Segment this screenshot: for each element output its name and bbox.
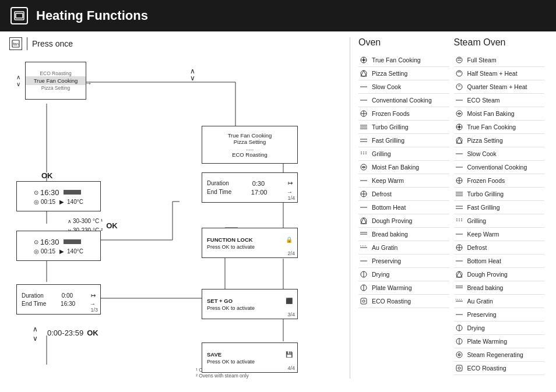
func-item-label: ECO Steam	[467, 97, 500, 104]
list-item: Drying	[358, 268, 449, 281]
left-panel: fan Press once	[9, 37, 347, 379]
duration-display-2: 00:15	[41, 248, 55, 255]
eco-steam-icon	[454, 95, 464, 105]
func-item-label: Moist Fan Baking	[467, 110, 515, 117]
arrow-temp-2: ▶	[59, 248, 64, 255]
func-item-label: ECO Roasting	[467, 365, 506, 372]
fan-icon	[358, 55, 369, 65]
turbo-icon	[358, 122, 369, 132]
list-item: Frozen Foods	[454, 174, 545, 188]
steam-reg-icon	[454, 349, 464, 360]
pizza-icon	[358, 68, 369, 79]
list-item: Dough Proving	[454, 268, 545, 281]
dur-label: Duration	[22, 292, 44, 299]
func-item-label: Keep Warm	[467, 231, 499, 238]
grill2-icon	[454, 216, 464, 226]
func-item-label: True Fan Cooking	[372, 56, 421, 63]
func-item-label: True Fan Cooking	[467, 123, 516, 130]
true-fan-icon	[454, 122, 464, 132]
list-item: Conventional Cooking	[358, 94, 449, 107]
temp-display-2: 140°C	[67, 248, 83, 255]
func-item-label: Defrost	[372, 190, 392, 197]
func-item-label: Frozen Foods	[467, 177, 505, 184]
list-item: Drying	[454, 322, 545, 335]
arrow-right-selector: →	[85, 79, 92, 87]
lock-label: FUNCTION LOCK	[207, 236, 253, 243]
lock-icon: 🔒	[286, 236, 293, 243]
list-item: Bottom Heat	[358, 201, 449, 214]
list-item: Bread baking	[454, 281, 545, 295]
oven-column: Oven True Fan CookingPizza SettingSlow C…	[356, 37, 452, 379]
func-item-label: Plate Warming	[467, 338, 507, 345]
func-item-label: Au Gratin	[467, 298, 493, 305]
func-item-label: Bread baking	[372, 231, 408, 238]
dry-icon	[358, 269, 369, 280]
conv2-icon	[454, 162, 464, 172]
list-item: Plate Warming	[358, 281, 449, 295]
list-item: Keep Warm	[454, 228, 545, 241]
au-icon	[358, 242, 369, 253]
svg-point-119	[458, 354, 460, 356]
func-item-label: Steam Regenerating	[467, 351, 523, 358]
svg-rect-120	[456, 365, 462, 371]
slow-icon	[358, 82, 369, 92]
right-panel: Oven True Fan CookingPizza SettingSlow C…	[350, 37, 547, 379]
press-once-row: fan Press once	[9, 37, 347, 50]
list-item: Grilling	[358, 147, 449, 161]
lock-sublabel: Press OK to activate	[207, 244, 293, 250]
svg-rect-72	[361, 298, 367, 304]
arrow-dur: ↦	[91, 292, 96, 299]
footnote-2: ² Ovens with steam only	[196, 373, 347, 379]
fast2-icon	[454, 202, 464, 213]
slow2-icon	[454, 149, 464, 159]
main-content: fan Press once	[0, 31, 556, 384]
list-item: True Fan Cooking	[358, 54, 449, 67]
ok-label: OK	[41, 171, 53, 180]
set-go-box: SET + GO ⬛ Press OK to activate 3/4	[202, 289, 298, 319]
func-item-label: Turbo Grilling	[372, 123, 409, 130]
defrost-icon	[358, 189, 369, 199]
svg-point-83	[456, 137, 462, 143]
list-item: Dough Proving	[358, 214, 449, 228]
func-item-label: Slow Cook	[467, 150, 497, 157]
list-item: Moist Fan Baking	[454, 107, 545, 121]
func-item-label: Defrost	[467, 244, 487, 251]
arrow-end: →	[90, 301, 96, 307]
oven-list: True Fan CookingPizza SettingSlow CookCo…	[358, 54, 449, 308]
header-oven-icon	[10, 7, 28, 24]
au2-icon	[454, 296, 464, 306]
arrow-temp-1: ▶	[59, 199, 64, 205]
warm2-icon	[454, 229, 464, 239]
oven-title: Oven	[358, 37, 449, 49]
list-item: Fast Grilling	[454, 201, 545, 214]
list-item: Turbo Grilling	[358, 121, 449, 134]
svg-point-59	[361, 218, 367, 224]
list-item: Turbo Grilling	[454, 188, 545, 201]
time-range-ok: OK	[87, 329, 98, 337]
endtime-val-r: 17:00	[251, 189, 268, 196]
func-item-label: Half Steam + Heat	[467, 70, 518, 77]
svg-point-121	[458, 367, 460, 369]
dur-val: 0:00	[62, 292, 73, 299]
drying2-icon	[454, 323, 464, 333]
svg-text:fan: fan	[13, 42, 19, 46]
defrost2-icon	[454, 242, 464, 253]
svg-rect-1	[16, 13, 23, 18]
svg-point-76	[456, 84, 462, 90]
list-item: Bottom Heat	[454, 255, 545, 268]
arrow-map-r: ↦	[288, 180, 293, 186]
bottom-icon	[358, 202, 369, 213]
func-item-label: Preserving	[467, 311, 497, 318]
list-item: Slow Cook	[358, 80, 449, 94]
right-box-line3: ECO Roasting	[232, 151, 268, 158]
selector-selected: True Fan Cooking	[26, 76, 86, 85]
clock-icon-2: ⊙	[34, 239, 38, 245]
func-item-label: Turbo Grilling	[467, 190, 504, 197]
full-steam-icon	[454, 55, 464, 65]
grill-fast-icon	[358, 135, 369, 146]
selector-below: Pizza Setting	[41, 85, 71, 91]
turbo2-icon	[454, 189, 464, 199]
conventional-icon	[358, 95, 369, 105]
diagram: ∧ ∨ ECO Roasting True Fan Cooking Pizza …	[9, 56, 342, 365]
updown-arrows-right: ∧ ∨	[190, 68, 195, 82]
